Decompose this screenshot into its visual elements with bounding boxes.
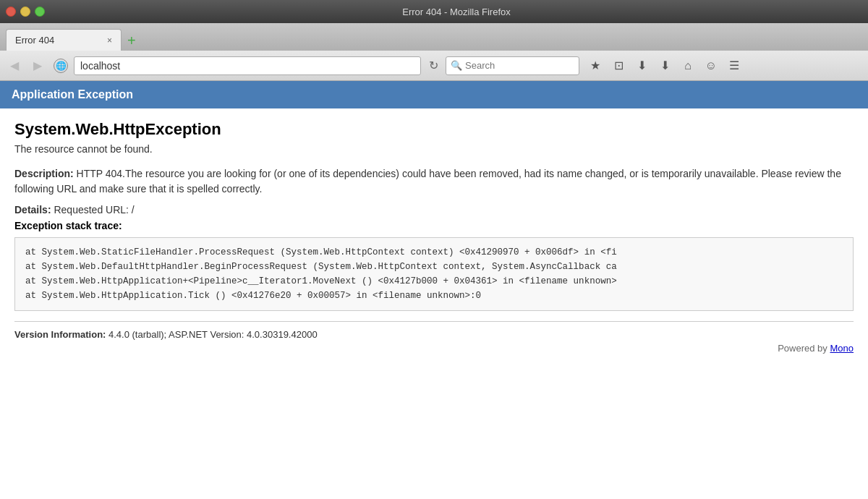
reader-button[interactable]: ⊡: [608, 56, 629, 76]
menu-icon: ☰: [729, 59, 739, 72]
description-text: HTTP 404.The resource you are looking fo…: [14, 168, 841, 195]
minimize-button[interactable]: [20, 7, 30, 17]
tab-close-button[interactable]: ×: [107, 35, 112, 46]
download-icon: ⬇: [660, 59, 670, 72]
description-label: Description:: [14, 168, 74, 179]
stack-trace-box[interactable]: at System.Web.StaticFileHandler.ProcessR…: [14, 237, 854, 311]
powered-by: Powered by Mono: [14, 343, 854, 354]
home-icon: ⌂: [684, 59, 692, 72]
reader-icon: ⊡: [614, 59, 624, 72]
stack-line-1: at System.Web.StaticFileHandler.ProcessR…: [25, 245, 843, 260]
back-button[interactable]: ◀: [4, 56, 25, 76]
pocket-icon: ⬇: [637, 59, 647, 72]
pocket-button[interactable]: ⬇: [631, 56, 652, 76]
address-bar[interactable]: [74, 56, 421, 75]
bookmark-icon: ★: [590, 59, 600, 72]
download-button[interactable]: ⬇: [655, 56, 675, 76]
version-info: Version Information: 4.4.0 (tarball); AS…: [14, 329, 854, 340]
stack-line-3: at System.Web.HttpApplication+<Pipeline>…: [25, 274, 843, 289]
back-icon: ◀: [10, 59, 19, 72]
sync-button[interactable]: ☺: [701, 56, 721, 76]
home-button[interactable]: ⌂: [678, 56, 698, 76]
maximize-button[interactable]: [35, 7, 45, 17]
stack-line-4: at System.Web.HttpApplication.Tick () <0…: [25, 289, 843, 303]
nav-icons: ★ ⊡ ⬇ ⬇ ⌂ ☺ ☰: [585, 56, 744, 76]
window-controls: [6, 7, 45, 17]
menu-button[interactable]: ☰: [724, 56, 744, 76]
tab-label: Error 404: [15, 35, 54, 46]
exception-type: System.Web.HttpException: [14, 120, 854, 139]
main-content: System.Web.HttpException The resource ca…: [0, 108, 868, 365]
details-block: Details: Requested URL: /: [14, 204, 854, 216]
tab-bar: Error 404 × +: [0, 23, 868, 51]
mono-link[interactable]: Mono: [830, 343, 854, 354]
details-label: Details:: [14, 204, 51, 216]
powered-by-prefix: Powered by: [778, 343, 830, 354]
reload-button[interactable]: ↻: [424, 56, 443, 75]
reload-icon: ↻: [429, 59, 438, 72]
window-title: Error 404 - Mozilla Firefox: [51, 7, 862, 17]
sync-icon: ☺: [705, 59, 717, 72]
forward-button[interactable]: ▶: [27, 56, 48, 76]
details-text: Requested URL: /: [51, 204, 135, 216]
bookmark-button[interactable]: ★: [585, 56, 605, 76]
stack-trace-label: Exception stack trace:: [14, 220, 854, 231]
title-bar: Error 404 - Mozilla Firefox: [0, 0, 868, 23]
version-label: Version Information:: [14, 329, 106, 340]
close-button[interactable]: [6, 7, 16, 17]
new-tab-button[interactable]: +: [122, 33, 142, 48]
globe-icon: 🌐: [54, 59, 68, 73]
search-icon: 🔍: [451, 60, 462, 71]
active-tab[interactable]: Error 404 ×: [6, 29, 122, 51]
search-input[interactable]: [465, 60, 566, 71]
stack-line-2: at System.Web.DefaultHttpHandler.BeginPr…: [25, 260, 843, 274]
version-text: 4.4.0 (tarball); ASP.NET Version: 4.0.30…: [106, 329, 317, 340]
forward-icon: ▶: [33, 59, 42, 72]
exception-message: The resource cannot be found.: [14, 143, 854, 155]
navigation-bar: ◀ ▶ 🌐 ↻ 🔍 ★ ⊡ ⬇ ⬇ ⌂ ☺ ☰: [0, 51, 868, 81]
app-exception-header: Application Exception: [0, 81, 868, 108]
app-exception-title: Application Exception: [12, 88, 133, 101]
footer-divider: [14, 321, 854, 322]
description-block: Description: HTTP 404.The resource you a…: [14, 166, 854, 197]
search-bar-wrapper: 🔍: [446, 56, 579, 75]
